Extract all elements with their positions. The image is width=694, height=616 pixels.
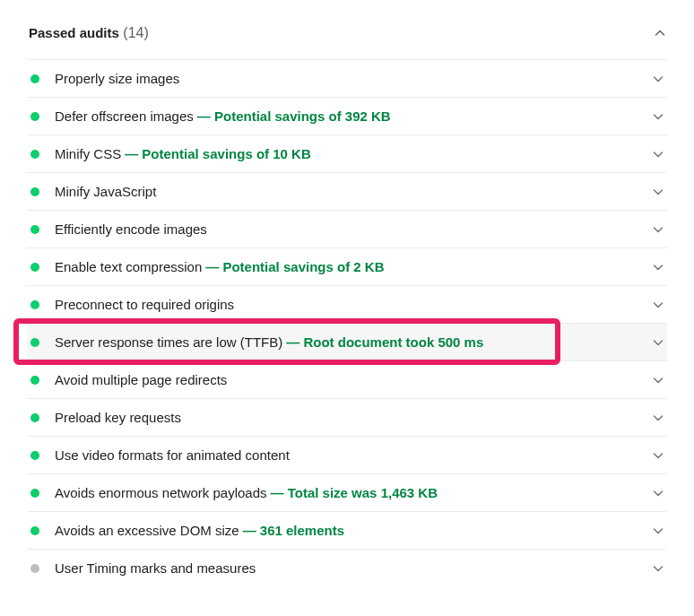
status-dot-icon bbox=[30, 225, 39, 234]
status-dot-icon bbox=[30, 74, 39, 83]
audit-row[interactable]: Enable text compressionPotential savings… bbox=[27, 247, 667, 285]
chevron-down-icon bbox=[653, 563, 664, 574]
audit-detail: Potential savings of 10 KB bbox=[125, 146, 653, 161]
status-dot-icon bbox=[30, 300, 39, 309]
status-dot-icon bbox=[30, 376, 39, 385]
chevron-down-icon bbox=[653, 262, 664, 273]
audit-row[interactable]: Use video formats for animated content bbox=[27, 436, 667, 473]
audit-label: Defer offscreen images bbox=[55, 108, 194, 124]
audit-detail: Potential savings of 392 KB bbox=[197, 108, 653, 124]
highlight-annotation: Server response times are low (TTFB)Root… bbox=[27, 323, 667, 360]
chevron-down-icon bbox=[653, 187, 664, 197]
chevron-up-icon bbox=[655, 28, 665, 39]
audit-label: Server response times are low (TTFB) bbox=[55, 334, 282, 350]
chevron-down-icon bbox=[653, 450, 664, 461]
chevron-down-icon bbox=[653, 337, 664, 348]
status-dot-icon bbox=[30, 187, 39, 196]
audit-detail: 361 elements bbox=[243, 523, 653, 538]
audit-row[interactable]: User Timing marks and measures bbox=[27, 549, 667, 586]
audit-detail: Root document took 500 ms bbox=[286, 334, 653, 350]
status-dot-icon bbox=[30, 413, 39, 422]
audit-list: Properly size imagesDefer offscreen imag… bbox=[27, 59, 667, 586]
chevron-down-icon bbox=[653, 412, 664, 423]
status-dot-icon bbox=[30, 564, 39, 573]
audit-row[interactable]: Defer offscreen imagesPotential savings … bbox=[27, 97, 667, 134]
audit-row[interactable]: Preconnect to required origins bbox=[27, 285, 667, 323]
audit-detail: Total size was 1,463 KB bbox=[271, 485, 653, 500]
audit-label: Minify JavaScript bbox=[55, 184, 156, 199]
status-dot-icon bbox=[30, 451, 39, 460]
status-dot-icon bbox=[30, 263, 39, 272]
audit-label: User Timing marks and measures bbox=[55, 560, 256, 576]
audit-label: Enable text compression bbox=[55, 259, 202, 274]
chevron-down-icon bbox=[653, 74, 664, 84]
audit-label: Avoids enormous network payloads bbox=[55, 485, 267, 500]
audit-detail: Potential savings of 2 KB bbox=[205, 259, 653, 274]
passed-audits-count: (14) bbox=[123, 25, 148, 40]
audit-row[interactable]: Efficiently encode images bbox=[27, 210, 667, 247]
audit-row[interactable]: Avoids an excessive DOM size361 elements bbox=[27, 511, 667, 549]
audit-row[interactable]: Avoids enormous network payloadsTotal si… bbox=[27, 473, 667, 511]
audit-label: Properly size images bbox=[55, 71, 179, 86]
audit-label: Efficiently encode images bbox=[55, 221, 207, 237]
audit-row[interactable]: Properly size images bbox=[27, 59, 667, 97]
chevron-down-icon bbox=[653, 299, 664, 310]
status-dot-icon bbox=[30, 112, 39, 121]
audit-row[interactable]: Minify JavaScript bbox=[27, 172, 667, 210]
audit-label: Avoid multiple page redirects bbox=[55, 372, 227, 387]
chevron-down-icon bbox=[653, 375, 664, 386]
passed-audits-title: Passed audits bbox=[29, 25, 119, 40]
chevron-down-icon bbox=[653, 525, 664, 536]
status-dot-icon bbox=[30, 150, 39, 159]
audit-label: Use video formats for animated content bbox=[55, 447, 290, 463]
passed-audits-header[interactable]: Passed audits (14) bbox=[27, 25, 667, 59]
audit-row[interactable]: Avoid multiple page redirects bbox=[27, 360, 667, 398]
chevron-down-icon bbox=[653, 224, 664, 235]
status-dot-icon bbox=[30, 526, 39, 535]
audit-row[interactable]: Preload key requests bbox=[27, 398, 667, 436]
chevron-down-icon bbox=[653, 149, 664, 160]
audit-row[interactable]: Server response times are low (TTFB)Root… bbox=[27, 323, 667, 360]
audit-label: Avoids an excessive DOM size bbox=[55, 523, 239, 538]
status-dot-icon bbox=[30, 338, 39, 347]
status-dot-icon bbox=[30, 489, 39, 498]
audit-label: Minify CSS bbox=[55, 146, 121, 161]
chevron-down-icon bbox=[653, 111, 664, 122]
audit-row[interactable]: Minify CSSPotential savings of 10 KB bbox=[27, 134, 667, 172]
audit-label: Preload key requests bbox=[55, 410, 181, 425]
chevron-down-icon bbox=[653, 488, 664, 499]
audit-label: Preconnect to required origins bbox=[55, 297, 234, 312]
